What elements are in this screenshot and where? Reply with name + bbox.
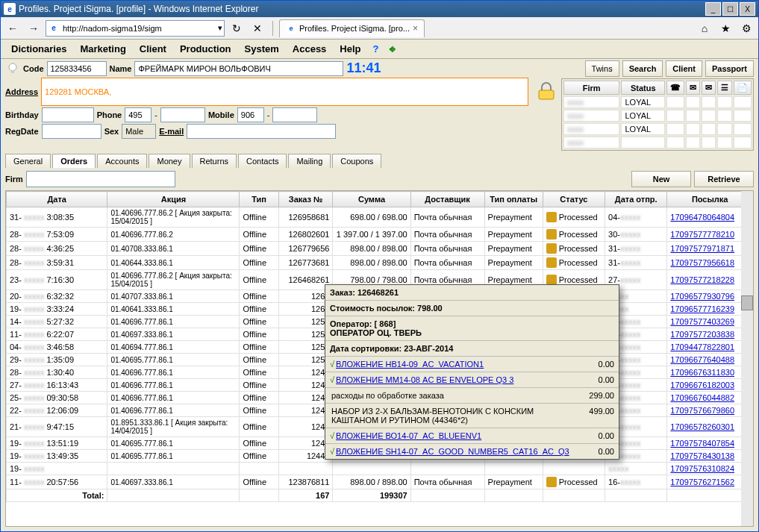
grid-header[interactable]: Дата отпр. bbox=[605, 192, 667, 207]
refresh-button[interactable]: ↻ bbox=[228, 19, 246, 37]
client-button[interactable]: Client bbox=[666, 60, 702, 77]
tab-orders[interactable]: Orders bbox=[52, 154, 96, 168]
table-row[interactable]: 31-xxxxx3:08:3501.40696.777.86.2 [ Акция… bbox=[7, 207, 753, 228]
url-input[interactable] bbox=[60, 24, 218, 33]
tooltip-item-link[interactable]: ВЛОЖЕНИЕ ММ14-08 AC BE ENVELOPE Q3 3 bbox=[336, 375, 577, 384]
grid-header[interactable]: Дата bbox=[7, 192, 107, 207]
grid-scrollbar[interactable] bbox=[741, 191, 753, 526]
grid-header[interactable]: Сумма bbox=[333, 192, 410, 207]
grid-header[interactable]: Акция bbox=[107, 192, 240, 207]
help-icon[interactable]: ? bbox=[369, 42, 384, 57]
firm-row[interactable]: xxxx bbox=[563, 137, 752, 148]
favorites-button[interactable]: ★ bbox=[716, 19, 734, 37]
parcel-link[interactable]: 17097577218228 bbox=[667, 270, 753, 290]
grid-header[interactable]: Тип bbox=[240, 192, 278, 207]
url-chevron-icon[interactable]: ▾ bbox=[218, 23, 222, 33]
parcel-link[interactable]: 17097576679860 bbox=[667, 404, 753, 417]
parcel-link[interactable]: 17096677640488 bbox=[667, 354, 753, 366]
tab-mailing[interactable]: Mailing bbox=[288, 154, 331, 168]
phone-icon: ☎ bbox=[666, 81, 684, 95]
parcel-link[interactable]: 17094477822801 bbox=[667, 341, 753, 354]
grid-header[interactable]: Доставщик bbox=[410, 192, 484, 207]
menu-production[interactable]: Production bbox=[174, 42, 237, 56]
menu-help[interactable]: Help bbox=[334, 42, 366, 56]
parcel-link[interactable]: 17097577778210 bbox=[667, 228, 753, 242]
parcel-link[interactable]: 17097577203838 bbox=[667, 328, 753, 341]
window-minimize-button[interactable]: _ bbox=[705, 2, 721, 16]
tab-close-button[interactable]: × bbox=[413, 23, 418, 34]
parcel-link[interactable]: 17096578260301 bbox=[667, 417, 753, 437]
table-row[interactable]: 19-xxxxxxxxxx17097576310824 bbox=[7, 463, 753, 475]
address-box[interactable]: 129281 МОСКВА, bbox=[41, 78, 528, 106]
code-input[interactable] bbox=[47, 61, 107, 76]
firm-select[interactable] bbox=[26, 171, 175, 187]
new-button[interactable]: New bbox=[631, 171, 691, 187]
tooltip-item-link[interactable]: ВЛОЖЕНИЕ НВ14-09_AC_VACATION1 bbox=[336, 360, 577, 369]
grid-header[interactable]: Заказ № bbox=[278, 192, 333, 207]
parcel-link[interactable]: 17097577971871 bbox=[667, 242, 753, 256]
parcel-link[interactable]: 17096676311830 bbox=[667, 366, 753, 379]
parcel-link[interactable]: 17097576310824 bbox=[667, 463, 753, 475]
menu-client[interactable]: Client bbox=[134, 42, 172, 56]
table-row[interactable]: 28-xxxxx4:36:2501.40708.333.86.1Offline1… bbox=[7, 242, 753, 256]
parcel-link[interactable]: 17097576271562 bbox=[667, 475, 753, 489]
twins-button[interactable]: Twins bbox=[585, 60, 619, 77]
nav-back-button[interactable]: ← bbox=[4, 19, 22, 37]
tooltip-item-link[interactable]: ВЛОЖЕНИЕ ВО14-07_AC_BLUEENV1 bbox=[336, 431, 577, 440]
mobile-code-input[interactable] bbox=[237, 107, 264, 122]
exit-icon[interactable]: ⎆ bbox=[385, 42, 400, 57]
favicon-icon: e bbox=[48, 22, 60, 34]
table-row[interactable]: 11-xxxxx20:57:5601.40697.333.86.1Offline… bbox=[7, 475, 753, 489]
menu-dictionaries[interactable]: Dictionaries bbox=[5, 42, 72, 56]
parcel-link[interactable]: 17096676044882 bbox=[667, 392, 753, 404]
grid-header[interactable]: Посылка bbox=[667, 192, 753, 207]
tab-returns[interactable]: Returns bbox=[192, 154, 237, 168]
firm-row[interactable]: xxxxLOYAL bbox=[563, 96, 752, 108]
sms-icon: ✉ bbox=[686, 81, 700, 95]
total-count: 167 bbox=[278, 489, 333, 502]
parcel-link[interactable]: 17096577930796 bbox=[667, 290, 753, 303]
firm-row[interactable]: xxxxLOYAL bbox=[563, 110, 752, 122]
parcel-link[interactable]: 17096676182003 bbox=[667, 379, 753, 392]
parcel-link[interactable]: 17097578407854 bbox=[667, 437, 753, 450]
table-row[interactable]: 28-xxxxx3:59:3101.40644.333.86.1Offline1… bbox=[7, 256, 753, 270]
window-close-button[interactable]: X bbox=[740, 2, 755, 16]
retrieve-button[interactable]: Retrieve bbox=[694, 171, 754, 187]
tab-contacts[interactable]: Contacts bbox=[238, 154, 287, 168]
phone-input[interactable] bbox=[160, 107, 205, 122]
browser-tab[interactable]: e Profiles. Project iSigma. [pro... × bbox=[279, 19, 425, 37]
menu-access[interactable]: Access bbox=[287, 42, 333, 56]
regdate-input[interactable] bbox=[42, 124, 101, 139]
inner-tabs: General Orders Accounts Money Returns Co… bbox=[5, 154, 754, 168]
window-maximize-button[interactable]: ☐ bbox=[722, 2, 738, 16]
name-label: Name bbox=[110, 64, 132, 73]
tab-coupons[interactable]: Coupons bbox=[332, 154, 381, 168]
url-bar[interactable]: e ▾ bbox=[46, 20, 225, 37]
menu-marketing[interactable]: Marketing bbox=[74, 42, 131, 56]
grid-header[interactable]: Статус bbox=[543, 192, 605, 207]
parcel-link[interactable]: 17097577956618 bbox=[667, 256, 753, 270]
nav-forward-button[interactable]: → bbox=[25, 19, 43, 37]
tab-accounts[interactable]: Accounts bbox=[97, 154, 147, 168]
tooltip-item-link[interactable]: ВЛОЖЕНИЕ SH14-07_AC_GOOD_NUMBER5_CAT16_A… bbox=[336, 447, 577, 456]
table-row[interactable]: 28-xxxxx7:53:0901.40696.777.86.2Offline1… bbox=[7, 228, 753, 242]
email-input[interactable] bbox=[187, 124, 336, 139]
tab-money[interactable]: Money bbox=[149, 154, 190, 168]
firm-row[interactable]: xxxxLOYAL bbox=[563, 123, 752, 135]
parcel-link[interactable]: 17097578430138 bbox=[667, 450, 753, 463]
tab-general[interactable]: General bbox=[5, 154, 51, 168]
passport-button[interactable]: Passport bbox=[705, 60, 754, 77]
grid-header[interactable]: Тип оплаты bbox=[484, 192, 543, 207]
parcel-link[interactable]: 17097577403269 bbox=[667, 316, 753, 328]
home-button[interactable]: ⌂ bbox=[696, 19, 713, 37]
search-button[interactable]: Search bbox=[622, 60, 663, 77]
stop-button[interactable]: ✕ bbox=[249, 19, 266, 37]
phone-code-input[interactable] bbox=[125, 107, 152, 122]
mobile-input[interactable] bbox=[272, 107, 317, 122]
parcel-link[interactable]: 17096577716239 bbox=[667, 303, 753, 316]
birthday-input[interactable] bbox=[42, 107, 94, 122]
menu-system[interactable]: System bbox=[239, 42, 285, 56]
name-input[interactable] bbox=[134, 61, 343, 76]
tools-button[interactable]: ⚙ bbox=[737, 19, 755, 37]
parcel-link[interactable]: 17096478064804 bbox=[667, 207, 753, 228]
